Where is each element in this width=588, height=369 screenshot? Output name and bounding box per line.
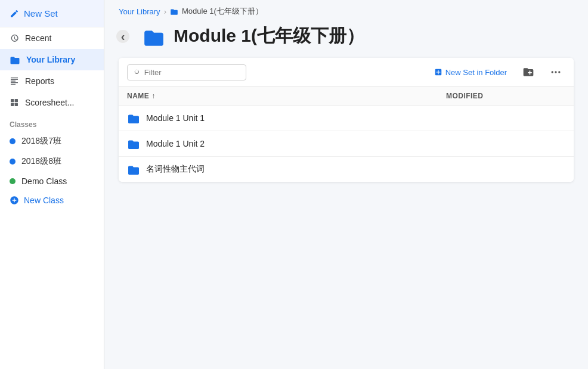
svg-rect-0: [11, 99, 14, 102]
svg-point-4: [552, 71, 553, 73]
table-row[interactable]: 名词性物主代词: [119, 157, 574, 182]
table-row[interactable]: Module 1 Unit 2: [119, 131, 574, 157]
svg-point-5: [555, 71, 556, 73]
folder-panel: New Set in Folder N: [119, 58, 574, 182]
svg-point-6: [558, 71, 560, 73]
scoresheet-icon: [10, 98, 19, 107]
main-content: Your Library › Module 1(七年级下册） ‹ Module …: [104, 0, 588, 369]
svg-rect-3: [15, 103, 18, 106]
page-title: Module 1(七年级下册）: [174, 24, 364, 48]
toolbar-actions: New Set in Folder: [431, 64, 565, 80]
breadcrumb: Your Library › Module 1(七年级下册）: [104, 0, 588, 20]
row-folder-icon: [127, 138, 140, 149]
breadcrumb-separator: ›: [164, 7, 166, 16]
sort-asc-icon: ↑: [151, 92, 155, 100]
chevron-left-icon: ‹: [121, 30, 125, 42]
class-label-2018-8: 2018级8班: [21, 156, 61, 167]
class-dot-demo: [10, 178, 16, 184]
sidebar-class-demo[interactable]: Demo Class: [0, 172, 104, 191]
breadcrumb-library-link[interactable]: Your Library: [119, 7, 160, 16]
edit-icon: [10, 9, 19, 18]
more-options-button[interactable]: [546, 64, 565, 80]
new-set-in-folder-button[interactable]: New Set in Folder: [431, 66, 510, 79]
clock-icon: [10, 33, 19, 43]
page-folder-icon: [143, 27, 165, 46]
new-set-label: New Set: [24, 8, 58, 18]
folder-add-icon: [522, 66, 534, 78]
page-header: ‹ Module 1(七年级下册）: [104, 20, 588, 58]
new-set-in-folder-label: New Set in Folder: [445, 68, 507, 77]
folder-toolbar: New Set in Folder: [119, 58, 574, 87]
sidebar-item-your-library-label: Your Library: [26, 55, 75, 64]
sidebar: New Set Recent Your Library Reports Scor…: [0, 0, 104, 369]
svg-rect-2: [11, 103, 14, 106]
sidebar-item-reports[interactable]: Reports: [0, 70, 104, 92]
sidebar-item-scoresheet-label: Scoresheet...: [25, 98, 75, 107]
new-tab-icon: [434, 68, 442, 76]
col-modified-header: MODIFIED: [446, 92, 565, 100]
classes-section-label: Classes: [0, 113, 104, 131]
filter-input-box[interactable]: [127, 64, 246, 80]
folder-open-icon: [10, 55, 20, 64]
row-folder-icon: [127, 113, 140, 123]
class-label-2018-7: 2018级7班: [21, 136, 61, 147]
collapse-sidebar-button[interactable]: ‹: [116, 30, 129, 43]
sidebar-item-your-library[interactable]: Your Library: [0, 49, 104, 70]
col-name-header: NAME ↑: [127, 92, 446, 100]
add-folder-button[interactable]: [519, 64, 538, 80]
table-header: NAME ↑ MODIFIED: [119, 87, 574, 106]
row-folder-icon: [127, 164, 140, 175]
filter-input[interactable]: [144, 68, 240, 77]
plus-circle-icon: [10, 196, 19, 205]
row-3-name: 名词性物主代词: [146, 164, 446, 175]
search-icon: [134, 69, 141, 76]
new-set-button[interactable]: New Set: [0, 0, 104, 27]
reports-icon: [10, 76, 19, 86]
sidebar-class-2018-8[interactable]: 2018级8班: [0, 151, 104, 172]
svg-rect-1: [15, 99, 18, 102]
class-dot-2018-8: [10, 159, 16, 165]
breadcrumb-current: Module 1(七年级下册）: [182, 6, 263, 17]
breadcrumb-folder-icon: [170, 8, 178, 15]
sidebar-item-reports-label: Reports: [25, 76, 54, 86]
row-1-name: Module 1 Unit 1: [146, 113, 446, 123]
more-icon: [550, 66, 562, 78]
row-2-name: Module 1 Unit 2: [146, 139, 446, 148]
new-class-button[interactable]: New Class: [0, 191, 104, 210]
sidebar-item-recent[interactable]: Recent: [0, 27, 104, 49]
table-row[interactable]: Module 1 Unit 1: [119, 106, 574, 131]
class-label-demo: Demo Class: [21, 176, 67, 186]
sidebar-class-2018-7[interactable]: 2018级7班: [0, 131, 104, 151]
sidebar-item-recent-label: Recent: [25, 33, 51, 43]
class-dot-2018-7: [10, 138, 16, 144]
sidebar-item-scoresheet[interactable]: Scoresheet...: [0, 92, 104, 113]
new-class-label: New Class: [24, 196, 64, 205]
